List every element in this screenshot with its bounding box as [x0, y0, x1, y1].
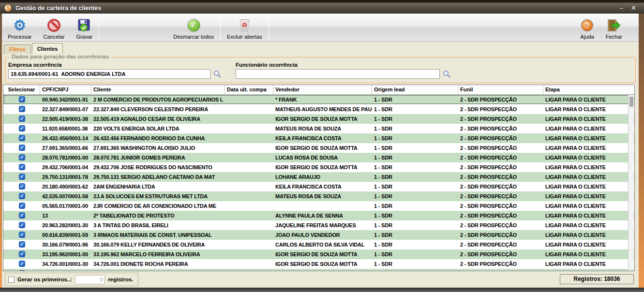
cell-cliente: 22.327.849 CLEVERSON CELESTINO PEREIRA [91, 104, 225, 114]
cell-vendedor: IGOR SERGIO DE SOUZA MOTTA [273, 249, 372, 259]
cell-cliente: 3 IRMAOS MATERIAIS DE CONST. UNIPESSOAL [91, 230, 225, 240]
scrollbar-thumb[interactable] [629, 97, 633, 107]
cell-origem-lead: 1 - SDR [372, 220, 458, 230]
column-header[interactable]: Etapa [543, 85, 629, 94]
row-checkbox-checked[interactable] [19, 135, 25, 141]
row-checkbox-checked[interactable] [19, 222, 25, 228]
cell-data-ult-compra [225, 269, 273, 271]
cell-cpf-cnpj: 33.195.962/0001-00 [40, 249, 91, 259]
table-row[interactable]: 27.691.365/0001-6627.691.365 WASHINGTON … [3, 143, 634, 153]
column-header[interactable]: Origem lead [372, 85, 458, 94]
cancelar-button[interactable]: Cancelar [38, 14, 71, 41]
table-row[interactable]: 22.327.849/0001-0722.327.849 CLEVERSON C… [3, 104, 634, 114]
row-checkbox-checked[interactable] [19, 96, 25, 102]
row-checkbox-checked[interactable] [19, 125, 25, 131]
column-header[interactable]: Selecionar [3, 85, 40, 94]
cell-cliente: 28.070.781 JUNIOR GOMES PEREIRA [91, 153, 225, 162]
cell-cpf-cnpj: 27.691.365/0001-66 [40, 143, 91, 153]
cell-etapa: LIGAR PARA O CLIENTE [543, 182, 629, 191]
table-row[interactable]: 26.432.456/0001-1426.432.456 FERNANDO RO… [3, 133, 634, 143]
vertical-scrollbar[interactable] [628, 95, 634, 270]
column-header[interactable]: Funil [458, 85, 543, 94]
generate-checkbox[interactable] [8, 277, 15, 283]
table-row[interactable]: 05.565.017/0001-002JR COMERCIO DE AR CON… [3, 201, 634, 211]
row-checkbox-checked[interactable] [19, 212, 25, 219]
table-row[interactable]: 29.750.131/0001-7829.750.131 SERGIO ADEL… [3, 172, 634, 182]
cell-funil: 2 - SDR PROSPECÇÃO [458, 143, 543, 153]
gravar-button[interactable]: Gravar [71, 14, 99, 41]
cell-cliente [91, 269, 225, 271]
cell-cpf-cnpj: 28.070.781/0001-00 [40, 153, 91, 162]
table-row[interactable] [3, 269, 634, 271]
cell-etapa: LIGAR PARA O CLIENTE [543, 114, 629, 124]
table-row[interactable]: 132º TABELIONATO DE PROTESTOALYNNE PAULA… [3, 211, 634, 220]
table-row[interactable]: 33.195.962/0001-0033.195.962 MARCELO FER… [3, 249, 634, 259]
fechar-button[interactable]: Fechar [600, 14, 628, 41]
cell-origem-lead: 1 - SDR [372, 162, 458, 172]
cell-vendedor: JAQUELINE FREITAS MARQUES [273, 220, 372, 230]
table-row[interactable]: 29.432.706/0001-0429.432.706 JOSE RODRIG… [3, 162, 634, 172]
cell-selecionar [3, 220, 40, 230]
row-checkbox-checked[interactable] [19, 116, 25, 122]
column-header[interactable]: Data ult. compa [225, 85, 273, 94]
row-checkbox-checked[interactable] [19, 261, 25, 267]
cell-origem-lead: 1 - SDR [372, 133, 458, 143]
cell-etapa: LIGAR PARA O CLIENTE [543, 143, 629, 153]
row-checkbox-checked[interactable] [19, 164, 25, 170]
table-row[interactable]: 28.070.781/0001-0028.070.781 JUNIOR GOME… [3, 153, 634, 162]
close-button[interactable]: ✕ [631, 5, 636, 12]
empresa-input[interactable] [8, 69, 210, 79]
table-row[interactable]: 30.166.079/0001-9630.166.079 KELLY FERNA… [3, 240, 634, 249]
cell-data-ult-compra [225, 114, 273, 124]
table-row[interactable]: 22.505.419/0001-3822.505.419 AGNALDO CES… [3, 114, 634, 124]
cell-etapa: LIGAR PARA O CLIENTE [543, 259, 629, 269]
table-row[interactable]: 20.963.282/0001-303 A TINTAS DO BRASIL E… [3, 220, 634, 230]
cell-selecionar [3, 211, 40, 220]
cell-origem-lead: 1 - SDR [372, 153, 458, 162]
table-header: SelecionarCPF/CNPJClienteData ult. compa… [3, 85, 634, 95]
cell-data-ult-compra [225, 249, 273, 259]
row-checkbox-checked[interactable] [19, 270, 25, 271]
table-row[interactable]: 00.616.839/0001-593 IRMAOS MATERIAIS DE … [3, 230, 634, 240]
table-row[interactable]: 42.535.007/0001-582J.A SOLUCOES EM ESTRU… [3, 191, 634, 201]
row-checkbox-checked[interactable] [19, 106, 25, 112]
tab-clientes[interactable]: Clientes [32, 43, 63, 54]
row-checkbox-checked[interactable] [19, 193, 25, 199]
table-row[interactable]: 34.726.001/0001-3034.726.001 DIONETE ROC… [3, 259, 634, 269]
row-checkbox-checked[interactable] [19, 154, 25, 161]
row-checkbox-checked[interactable] [19, 174, 25, 180]
table-row[interactable]: 11.920.658/0001-38220 VOLTS ENERGIA SOLA… [3, 124, 634, 133]
minimize-button[interactable]: – [620, 5, 623, 12]
row-checkbox-checked[interactable] [19, 183, 25, 190]
ajuda-button[interactable]: ? Ajuda [575, 14, 600, 41]
cell-vendedor: IGOR SERGIO DE SOUZA MOTTA [273, 114, 372, 124]
table-row[interactable]: 20.180.490/0001-622AM ENGENHARIA LTDAKEI… [3, 182, 634, 191]
row-checkbox-checked[interactable] [19, 203, 25, 209]
desmarcar-todos-button[interactable]: ✓ Desmarcar todos [167, 14, 220, 41]
row-checkbox-checked[interactable] [19, 251, 25, 257]
cell-origem-lead: 1 - SDR [372, 191, 458, 201]
processar-button[interactable]: ⚙ Processar [2, 14, 38, 41]
tab-filtros[interactable]: Filtros [4, 44, 31, 54]
funcionario-search-icon[interactable] [442, 70, 451, 79]
empresa-search-icon[interactable] [213, 70, 222, 79]
row-checkbox-checked[interactable] [19, 241, 25, 248]
cell-selecionar [3, 143, 40, 153]
cell-vendedor: * FRANK [273, 95, 372, 104]
row-checkbox-checked[interactable] [19, 232, 25, 238]
column-header[interactable]: Cliente [91, 85, 225, 94]
table-row[interactable]: 00.940.342/0001-912 M COMERCIO DE PRODUT… [3, 95, 634, 104]
cell-funil: 2 - SDR PROSPECÇÃO [458, 249, 543, 259]
cell-etapa: LIGAR PARA O CLIENTE [543, 133, 629, 143]
processar-label: Processar [8, 34, 32, 40]
generate-count-input[interactable] [75, 275, 105, 284]
cell-data-ult-compra [225, 172, 273, 182]
funcionario-input[interactable] [236, 69, 440, 79]
cell-origem-lead: 1 - SDR [372, 249, 458, 259]
toolbar-separator [220, 15, 221, 40]
column-header[interactable]: Vendedor [273, 85, 372, 94]
excluir-abertas-button[interactable]: ♻ Excluir abertas [221, 14, 268, 41]
cell-vendedor: JOAO PAULO VENDEDOR [273, 230, 372, 240]
column-header[interactable]: CPF/CNPJ [40, 85, 91, 94]
row-checkbox-checked[interactable] [19, 145, 25, 151]
